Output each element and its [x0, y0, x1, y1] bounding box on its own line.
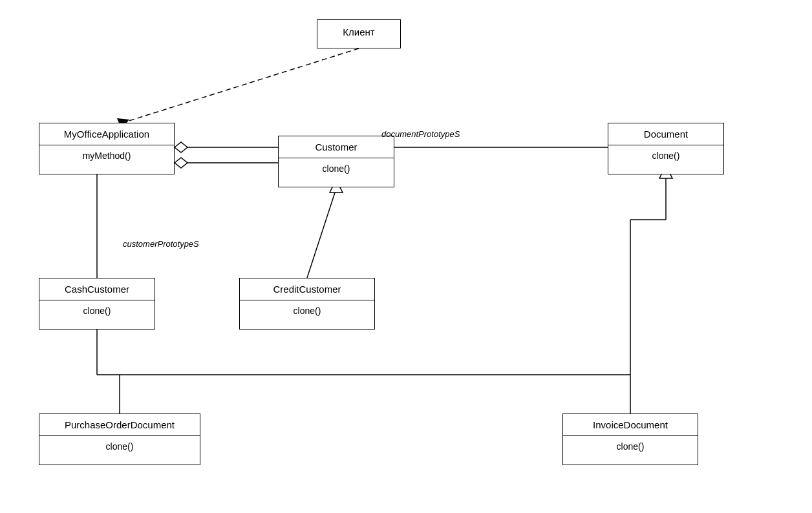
- svg-marker-5: [175, 158, 187, 168]
- customer-class: Customer clone(): [278, 136, 394, 187]
- svg-line-0: [123, 48, 359, 123]
- customer-prototypes-label: customerPrototypeS: [123, 239, 199, 249]
- myofficeapplication-class: MyOfficeApplication myMethod(): [39, 123, 175, 174]
- purchaseorderdoc-method: clone(): [39, 436, 200, 457]
- document-class: Document clone(): [608, 123, 724, 174]
- purchaseorderdoc-name: PurchaseOrderDocument: [39, 414, 200, 436]
- svg-line-6: [307, 189, 336, 278]
- document-prototypes-label: documentPrototypeS: [381, 129, 460, 139]
- cashcustomer-name: CashCustomer: [39, 278, 155, 300]
- creditcustomer-name: CreditCustomer: [240, 278, 374, 300]
- client-class: Клиент: [317, 19, 401, 48]
- creditcustomer-class: CreditCustomer clone(): [239, 278, 375, 330]
- invoicedoc-name: InvoiceDocument: [563, 414, 698, 436]
- customer-name: Customer: [279, 136, 394, 158]
- customer-method: clone(): [279, 158, 394, 179]
- client-class-name: Клиент: [317, 20, 400, 44]
- myofficeapp-name: MyOfficeApplication: [39, 123, 174, 145]
- myofficeapp-method: myMethod(): [39, 145, 174, 166]
- invoicedoc-method: clone(): [563, 436, 698, 457]
- cashcustomer-method: clone(): [39, 300, 155, 321]
- purchaseorderdocument-class: PurchaseOrderDocument clone(): [39, 414, 200, 465]
- creditcustomer-method: clone(): [240, 300, 374, 321]
- diagram-container: Клиент MyOfficeApplication myMethod() Cu…: [0, 0, 812, 513]
- document-method: clone(): [608, 145, 723, 166]
- document-name: Document: [608, 123, 723, 145]
- cashcustomer-class: CashCustomer clone(): [39, 278, 155, 330]
- invoicedocument-class: InvoiceDocument clone(): [562, 414, 698, 465]
- svg-marker-3: [175, 142, 187, 152]
